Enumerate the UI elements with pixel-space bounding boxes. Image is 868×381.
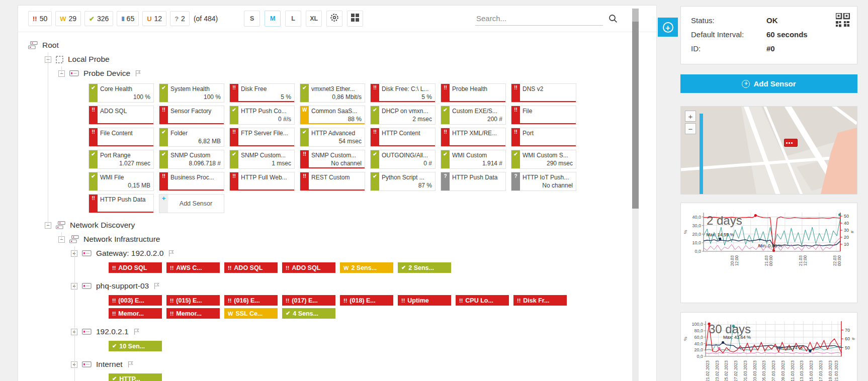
sensor-pill[interactable]: !!CPU Lo...	[456, 295, 509, 306]
sensor-pill[interactable]: !!ADO SQL	[109, 262, 162, 273]
sensor-tile[interactable]: ✔Port Range1.027 msec	[89, 150, 154, 169]
tree-node-internet: +Internet	[18, 357, 656, 371]
sensor-pill[interactable]: !!ADO SQL	[282, 262, 335, 273]
sensor-tile[interactable]: ?HTTP IoT Push...No channel	[511, 172, 576, 191]
size-button-s[interactable]: S	[244, 11, 260, 27]
sensor-tile[interactable]: !!HTTP Push Data	[89, 194, 154, 213]
sensor-tile[interactable]: ✔WMI File0,15 MB	[89, 172, 154, 191]
sensor-tile[interactable]: ?HTTP Push Data	[441, 172, 506, 191]
status-filter-paused[interactable]: II65	[117, 11, 139, 26]
sensor-tile[interactable]: ✔HTTP Push Co...0 #/s	[229, 106, 295, 125]
svg-text:15.03.2023: 15.03.2023	[809, 360, 814, 381]
graph-30days-card[interactable]: 0,020,040,060,080,0100,0506070%#Max: 43,…	[680, 312, 857, 381]
tree-node-label[interactable]: Probe Device	[83, 69, 130, 78]
sensor-tile[interactable]: !!REST Custom	[300, 172, 365, 191]
sensor-tile[interactable]: !!SNMP Custom...No channel	[300, 150, 365, 169]
error-icon: !!	[300, 172, 309, 180]
sensor-pill[interactable]: !!Uptime	[398, 295, 451, 306]
geo-map-card[interactable]: + −	[680, 106, 857, 195]
grid-view-button[interactable]	[347, 11, 363, 27]
sensor-pill[interactable]: !!(017) E...	[282, 295, 335, 306]
sensor-tile[interactable]: ✔Custom EXE/S...200 #	[441, 106, 506, 125]
sensor-tile[interactable]: !!Port	[511, 128, 576, 147]
error-icon: !!	[441, 84, 450, 91]
search-input[interactable]	[475, 12, 603, 26]
sensor-pill[interactable]: !!AWS C...	[166, 262, 220, 273]
status-filter-up[interactable]: ✔326	[84, 11, 113, 26]
tree-node-label[interactable]: Root	[42, 41, 59, 50]
status-filter-down[interactable]: !!50	[28, 11, 52, 26]
sensor-pill[interactable]: ✔HTTP...	[109, 373, 162, 381]
status-filter-unknown[interactable]: ?2	[170, 11, 190, 26]
sensor-pill[interactable]: WSSL Ce...	[224, 308, 278, 319]
map-device-marker[interactable]	[784, 139, 798, 147]
sensor-tile[interactable]: !!Disk Free: C:\ L...5 %	[370, 83, 436, 103]
sensor-tile[interactable]: ✔WMI Custom1.914 #	[441, 150, 506, 169]
sensor-tile[interactable]: ✔System Health100 %	[159, 83, 224, 103]
sensor-tile[interactable]: !!HTTP Content	[370, 128, 436, 147]
tree-node-label[interactable]: Internet	[96, 360, 123, 369]
add-sensor-button[interactable]: + Add Sensor	[680, 74, 857, 93]
view-settings-button[interactable]	[326, 11, 342, 27]
tree-node-label[interactable]: 192.0.2.1	[96, 327, 129, 336]
sensor-tile[interactable]: !!Business Proc...	[159, 172, 224, 191]
sensor-tile[interactable]: ✔Core Health100 %	[89, 83, 154, 103]
tree-node-label[interactable]: Local Probe	[68, 55, 110, 64]
sensor-pill[interactable]: !!(003) E...	[109, 295, 162, 306]
sensor-pill[interactable]: ✔2 Sens...	[398, 262, 451, 273]
status-filter-unusual[interactable]: U12	[142, 11, 166, 26]
sensor-tile[interactable]: ✔Python Script ...87 %	[370, 172, 436, 191]
map-zoom-out-button[interactable]: −	[685, 123, 696, 134]
add-object-floating-button[interactable]: +	[658, 18, 678, 37]
sensor-tile[interactable]: !!File	[511, 106, 576, 125]
size-button-l[interactable]: L	[285, 11, 301, 27]
tree-node-label[interactable]: Gateway: 192.0.2.0	[96, 249, 163, 258]
sensor-pill[interactable]: !!Memor...	[166, 308, 220, 319]
status-stripe-down: !!	[89, 128, 98, 146]
qr-code-icon[interactable]	[836, 13, 850, 29]
search-icon[interactable]	[608, 14, 618, 26]
sensor-tile[interactable]: !!Sensor Factory	[159, 106, 224, 125]
tree-scrollbar-thumb[interactable]	[632, 22, 639, 209]
sensor-tile[interactable]: !!FTP Server File...	[229, 128, 295, 147]
sensor-tile[interactable]: !!File Content	[89, 128, 154, 147]
check-icon: ✔	[230, 106, 238, 114]
sensor-pill[interactable]: !!(018) E...	[340, 295, 393, 306]
map-zoom-in-button[interactable]: +	[685, 111, 696, 122]
sensor-tile[interactable]: WCommon SaaS...88 %	[300, 106, 365, 125]
sensor-pill[interactable]: W2 Sens...	[340, 262, 393, 273]
add-sensor-tile[interactable]: +Add Sensor	[159, 194, 224, 213]
sensor-tile[interactable]: !!HTTP XML/RE...	[441, 128, 506, 147]
size-button-m[interactable]: M	[265, 11, 281, 27]
sensor-tile[interactable]: ✔OUTGOING/All...0 #	[370, 150, 436, 169]
sensor-tile[interactable]: ✔WMI Custom S...290 msec	[511, 150, 576, 169]
sensor-pill[interactable]: !!Memor...	[109, 308, 162, 319]
sensor-tile[interactable]: ✔SNMP Custom8.096.718 #	[159, 150, 224, 169]
tree-node-label[interactable]: Network Discovery	[70, 221, 135, 230]
sensor-tile[interactable]: !!Disk Free5 %	[229, 83, 295, 103]
sensor-tile[interactable]: !!ADO SQL	[89, 106, 154, 125]
status-filter-warning[interactable]: W29	[55, 11, 81, 26]
graph-2days-card[interactable]: 0,010,020,030,040,01020304050%#Max: 14,5…	[680, 203, 857, 303]
sensor-tile[interactable]: !!Probe Health	[441, 83, 506, 103]
sensor-tile[interactable]: ✔DHCP on vmxn...2 msec	[370, 106, 436, 125]
sensor-tile[interactable]: ✔Folder6,82 MB	[159, 128, 224, 147]
tree-node-label[interactable]: Network Infrastructure	[83, 235, 160, 244]
sensor-pill[interactable]: !!(016) E...	[224, 295, 278, 306]
sensor-pill[interactable]: ✔10 Sen...	[109, 341, 162, 351]
sensor-pill[interactable]: ✔4 Sens...	[282, 308, 335, 319]
sensor-pill[interactable]: !!ADO SQL	[224, 262, 278, 273]
svg-text:2 days: 2 days	[707, 214, 742, 227]
sensor-tile[interactable]: !!HTTP Full Web...	[229, 172, 295, 191]
sensor-pill[interactable]: !!(015) E...	[166, 295, 220, 306]
sensor-tile[interactable]: ✔HTTP Advanced54 msec	[300, 128, 365, 147]
sensor-tile[interactable]: ✔SNMP Custom...1 msec	[229, 150, 295, 169]
warning-status-icon: W	[60, 15, 66, 23]
size-button-xl[interactable]: XL	[306, 11, 322, 27]
sensor-tile[interactable]: !!DNS v2	[511, 83, 576, 103]
tree-scrollbar-cap[interactable]	[632, 9, 639, 22]
tree-node-label[interactable]: phq-support-03	[96, 281, 149, 291]
svg-text:10,0: 10,0	[692, 240, 701, 245]
sensor-pill[interactable]: !!Disk Fr...	[513, 295, 567, 306]
sensor-tile[interactable]: ✔vmxnet3 Ether...0,86 Mbit/s	[300, 83, 365, 103]
